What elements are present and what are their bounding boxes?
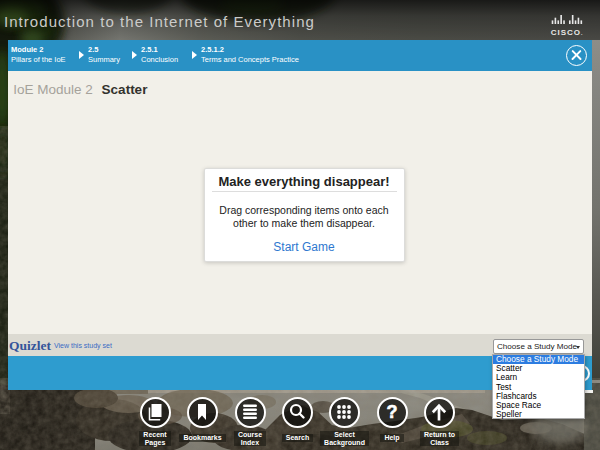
- svg-text:?: ?: [386, 402, 397, 422]
